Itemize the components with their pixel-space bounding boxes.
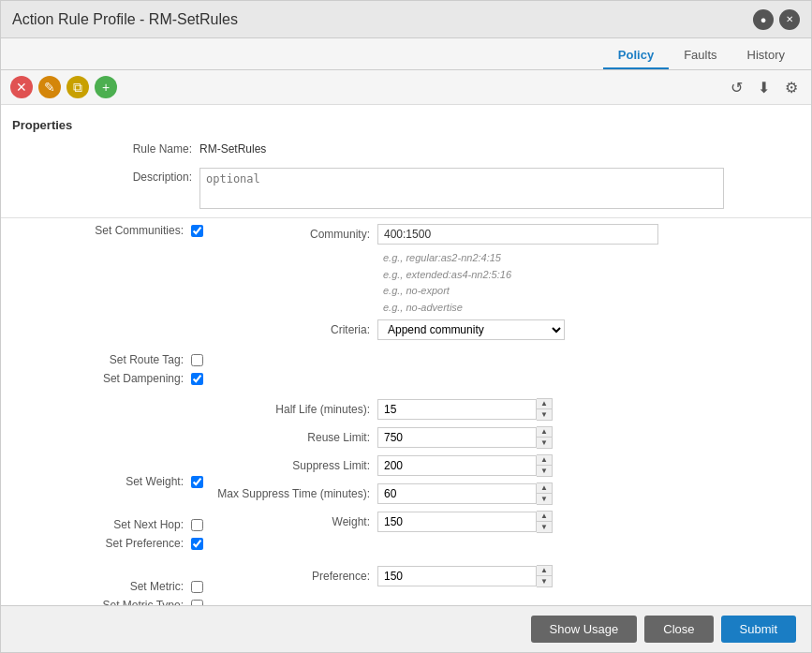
suppress-limit-label: Suppress Limit: <box>209 459 377 472</box>
criteria-row: Criteria: Append community Replace commu… <box>209 319 800 340</box>
rule-name-row: Rule Name: RM-SetRules <box>12 140 800 162</box>
half-life-up[interactable]: ▲ <box>537 399 552 409</box>
submit-button[interactable]: Submit <box>721 616 796 643</box>
scrollable-content[interactable]: Properties Rule Name: RM-SetRules Descri… <box>1 105 811 605</box>
set-weight-checkbox[interactable] <box>191 476 203 488</box>
description-row: Description: <box>12 168 800 212</box>
reuse-limit-row: Reuse Limit: ▲ ▼ <box>209 426 800 449</box>
set-dampening-checkbox[interactable] <box>191 373 203 385</box>
set-dampening-label: Set Dampening: <box>103 372 191 385</box>
set-communities-row: Set Communities: <box>12 224 203 237</box>
hint-1: e.g., regular:as2-nn2:4:15 <box>383 250 800 267</box>
suppress-limit-down[interactable]: ▼ <box>537 466 552 476</box>
hint-2: e.g., extended:as4-nn2:5:16 <box>383 267 800 284</box>
page-title: Action Rule Profile - RM-SetRules <box>12 11 238 28</box>
user-icon[interactable]: ● <box>753 9 774 30</box>
reuse-limit-input[interactable] <box>377 427 537 448</box>
tab-faults[interactable]: Faults <box>669 42 731 69</box>
rule-name-label: Rule Name: <box>12 140 199 156</box>
half-life-label: Half Life (minutes): <box>209 403 377 416</box>
suppress-limit-spinner: ▲ ▼ <box>377 454 565 477</box>
settings-button[interactable]: ⚙ <box>781 77 802 98</box>
weight-down[interactable]: ▼ <box>537 522 552 532</box>
weight-up[interactable]: ▲ <box>537 512 552 522</box>
max-suppress-spinner: ▲ ▼ <box>377 482 565 505</box>
weight-spinner: ▲ ▼ <box>377 511 565 533</box>
description-input[interactable] <box>199 168 724 209</box>
half-life-input[interactable] <box>377 399 537 420</box>
two-column-section: Set Communities: Set Route Tag: Set Damp… <box>1 224 811 605</box>
weight-row: Weight: ▲ ▼ <box>209 511 800 533</box>
preference-spinner: ▲ ▼ <box>377 565 565 587</box>
set-dampening-row: Set Dampening: <box>12 372 203 385</box>
tab-policy[interactable]: Policy <box>603 42 669 69</box>
max-suppress-up[interactable]: ▲ <box>537 483 552 494</box>
reuse-limit-spin-buttons: ▲ ▼ <box>537 426 553 449</box>
set-metric-checkbox[interactable] <box>191 581 203 593</box>
set-metric-row: Set Metric: <box>12 580 203 593</box>
export-button[interactable]: ⬇ <box>754 77 774 98</box>
reuse-limit-label: Reuse Limit: <box>209 431 377 444</box>
set-communities-checkbox[interactable] <box>191 225 203 237</box>
spacer-1 <box>209 346 800 398</box>
set-communities-label: Set Communities: <box>95 224 191 237</box>
community-input[interactable] <box>377 224 658 245</box>
delete-button[interactable]: ✕ <box>10 76 33 98</box>
criteria-select[interactable]: Append community Replace community Remov… <box>377 319 565 340</box>
toolbar: ✕ ✎ ⧉ + ↺ ⬇ ⚙ <box>1 70 811 105</box>
close-button[interactable]: Close <box>644 616 713 643</box>
description-label: Description: <box>12 168 199 184</box>
weight-input[interactable] <box>377 512 537 532</box>
set-weight-label: Set Weight: <box>125 475 191 488</box>
set-metric-type-row: Set Metric Type: <box>12 599 203 605</box>
add-button[interactable]: + <box>95 76 117 98</box>
description-field <box>199 168 800 212</box>
clone-button[interactable]: ⧉ <box>66 76 89 98</box>
preference-label: Preference: <box>209 570 377 583</box>
preference-spin-buttons: ▲ ▼ <box>537 565 553 587</box>
tabs-bar: Policy Faults History <box>1 38 811 70</box>
edit-button[interactable]: ✎ <box>38 76 61 98</box>
footer: Show Usage Close Submit <box>1 605 811 652</box>
tab-history[interactable]: History <box>732 42 800 69</box>
set-metric-label: Set Metric: <box>130 580 191 593</box>
suppress-limit-row: Suppress Limit: ▲ ▼ <box>209 454 800 477</box>
preference-up[interactable]: ▲ <box>537 566 552 576</box>
left-column: Set Communities: Set Route Tag: Set Damp… <box>12 224 209 605</box>
set-route-tag-row: Set Route Tag: <box>12 353 203 366</box>
reuse-limit-up[interactable]: ▲ <box>537 427 552 438</box>
refresh-button[interactable]: ↺ <box>727 77 746 98</box>
preference-down[interactable]: ▼ <box>537 576 552 586</box>
set-next-hop-row: Set Next Hop: <box>12 518 203 531</box>
suppress-limit-up[interactable]: ▲ <box>537 455 552 466</box>
toolbar-left: ✕ ✎ ⧉ + <box>10 76 117 98</box>
community-row: Community: <box>209 224 800 245</box>
reuse-limit-down[interactable]: ▼ <box>537 438 552 448</box>
set-preference-checkbox[interactable] <box>191 538 203 550</box>
suppress-limit-input[interactable] <box>377 455 537 476</box>
set-weight-row: Set Weight: <box>12 475 203 488</box>
set-preference-label: Set Preference: <box>106 537 191 550</box>
header-icons: ● ✕ <box>753 9 800 30</box>
max-suppress-input[interactable] <box>377 483 537 504</box>
header: Action Rule Profile - RM-SetRules ● ✕ <box>1 1 811 38</box>
right-column: Community: e.g., regular:as2-nn2:4:15 e.… <box>209 224 800 605</box>
form-grid: Rule Name: RM-SetRules Description: <box>1 140 811 212</box>
reuse-limit-spinner: ▲ ▼ <box>377 426 565 449</box>
preference-input[interactable] <box>377 566 537 586</box>
hint-3: e.g., no-export <box>383 283 800 300</box>
close-window-icon[interactable]: ✕ <box>779 9 800 30</box>
set-route-tag-checkbox[interactable] <box>191 354 203 366</box>
max-suppress-label: Max Suppress Time (minutes): <box>209 487 377 500</box>
show-usage-button[interactable]: Show Usage <box>531 616 638 643</box>
max-suppress-down[interactable]: ▼ <box>537 494 552 504</box>
max-suppress-row: Max Suppress Time (minutes): ▲ ▼ <box>209 482 800 505</box>
half-life-spinner: ▲ ▼ <box>377 398 565 421</box>
max-suppress-spin-buttons: ▲ ▼ <box>537 482 553 505</box>
preference-row: Preference: ▲ ▼ <box>209 565 800 587</box>
content-area: Properties Rule Name: RM-SetRules Descri… <box>1 105 811 605</box>
half-life-down[interactable]: ▼ <box>537 409 552 420</box>
set-next-hop-checkbox[interactable] <box>191 519 203 531</box>
toolbar-right: ↺ ⬇ ⚙ <box>727 77 802 98</box>
main-window: Action Rule Profile - RM-SetRules ● ✕ Po… <box>0 0 812 653</box>
